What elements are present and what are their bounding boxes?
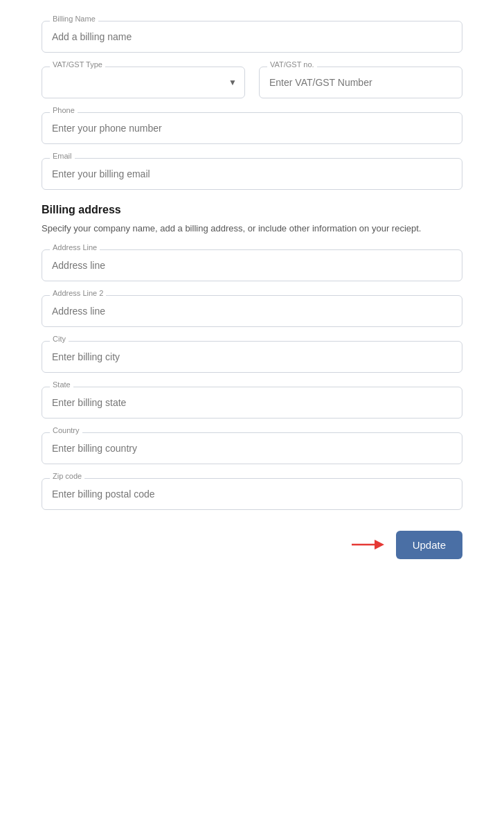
vat-gst-type-wrapper: ▼: [42, 67, 245, 98]
email-field: Email: [42, 158, 462, 190]
phone-field: Phone: [42, 112, 462, 144]
vat-gst-type-field: VAT/GST Type ▼: [42, 67, 245, 98]
vat-gst-no-field: VAT/GST no.: [259, 67, 462, 98]
billing-name-field: Billing Name: [42, 21, 462, 53]
billing-address-section: Billing address Specify your company nam…: [42, 204, 462, 510]
city-field: City: [42, 341, 462, 373]
country-field: Country: [42, 432, 462, 464]
state-input[interactable]: [42, 387, 462, 419]
billing-address-desc: Specify your company name, add a billing…: [42, 222, 462, 236]
billing-name-label: Billing Name: [50, 15, 98, 23]
vat-gst-type-label: VAT/GST Type: [50, 60, 105, 69]
address-line1-label: Address Line: [50, 243, 100, 252]
state-field: State: [42, 387, 462, 419]
email-input[interactable]: [42, 158, 462, 190]
phone-input[interactable]: [42, 112, 462, 144]
city-label: City: [50, 335, 69, 343]
update-button[interactable]: Update: [396, 531, 462, 559]
vat-gst-type-select[interactable]: [42, 67, 245, 98]
country-label: Country: [50, 426, 82, 434]
city-input[interactable]: [42, 341, 462, 373]
state-label: State: [50, 380, 73, 389]
vat-row: VAT/GST Type ▼ VAT/GST no.: [42, 67, 462, 98]
arrow-right-icon: [352, 536, 385, 553]
zip-code-input[interactable]: [42, 478, 462, 510]
country-input[interactable]: [42, 432, 462, 464]
form-footer: Update: [42, 531, 462, 559]
zip-code-label: Zip code: [50, 472, 84, 480]
phone-label: Phone: [50, 106, 78, 114]
address-line1-input[interactable]: [42, 249, 462, 281]
address-line2-field: Address Line 2: [42, 295, 462, 327]
address-line2-label: Address Line 2: [50, 289, 106, 297]
zip-code-field: Zip code: [42, 478, 462, 510]
vat-gst-no-input[interactable]: [259, 67, 462, 98]
email-label: Email: [50, 152, 75, 160]
billing-name-input[interactable]: [42, 21, 462, 53]
vat-gst-no-label: VAT/GST no.: [267, 60, 317, 69]
billing-address-title: Billing address: [42, 204, 462, 216]
address-line1-field: Address Line: [42, 249, 462, 281]
address-line2-input[interactable]: [42, 295, 462, 327]
